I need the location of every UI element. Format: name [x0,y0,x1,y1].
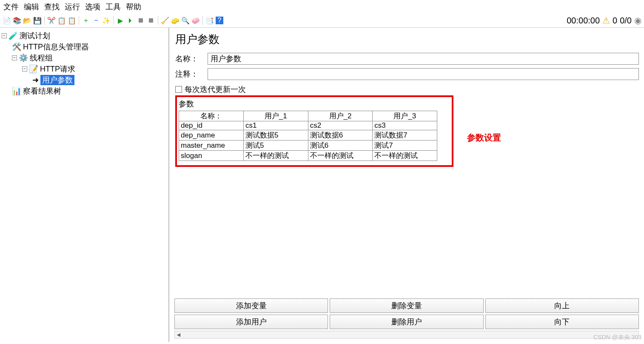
start-no-pause-icon[interactable]: ⏵ [126,16,135,25]
scroll-left-icon[interactable]: ◄ [175,331,182,338]
paste-icon[interactable]: 📋 [68,16,76,25]
menu-edit[interactable]: 编辑 [22,1,41,13]
cell[interactable]: 不一样的测试 [308,151,373,161]
comment-input[interactable] [208,68,639,80]
cell[interactable]: 测试7 [373,140,437,151]
cut-icon[interactable]: ✂️ [47,16,56,25]
toolbar-separator [158,16,158,25]
stop-icon[interactable]: ⏹ [137,16,145,25]
menu-tools[interactable]: 工具 [104,1,123,13]
cell[interactable]: cs2 [308,121,373,130]
toolbar-separator [79,16,79,25]
plus-icon[interactable]: ＋ [82,16,90,25]
move-down-button[interactable]: 向下 [485,315,639,329]
name-label: 名称： [175,54,208,64]
col-name[interactable]: 名称： [179,111,244,121]
table-row[interactable]: dep_id cs1 cs2 cs3 [179,121,437,130]
cell[interactable]: cs1 [244,121,308,130]
cell[interactable]: 测试数据5 [244,130,308,140]
tree-root[interactable]: − 🧪 测试计划 [2,30,167,41]
cell[interactable]: dep_name [179,130,244,140]
tree-label: 察看结果树 [23,86,61,96]
menu-search[interactable]: 查找 [43,1,61,13]
cell[interactable]: 不一样的测试 [244,151,308,161]
col-user-3[interactable]: 用户_3 [373,111,437,121]
table-row[interactable]: slogan 不一样的测试 不一样的测试 不一样的测试 [179,151,437,161]
start-icon[interactable]: ▶ [116,16,125,25]
menu-run[interactable]: 运行 [63,1,82,13]
collapse-icon[interactable]: − [12,55,17,60]
params-section-title: 参数 [179,99,450,109]
tree-thread-group[interactable]: − ⚙️ 线程组 [2,52,167,63]
annotation-label: 参数设置 [467,132,501,143]
cell[interactable]: 测试6 [308,140,373,151]
cell[interactable]: 不一样的测试 [373,151,437,161]
tree-label: 测试计划 [20,31,50,41]
tree-label: 用户参数 [40,75,74,85]
delete-user-button[interactable]: 删除用户 [330,315,483,329]
cell[interactable]: master_name [179,140,244,151]
table-row[interactable]: dep_name 测试数据5 测试数据6 测试数据7 [179,130,437,140]
help-icon[interactable]: ? [216,17,223,24]
table-row[interactable]: master_name 测试5 测试6 测试7 [179,140,437,151]
collapse-icon[interactable]: − [22,66,27,72]
status-indicator-icon: ◉ [634,15,641,26]
copy-icon[interactable]: 📋 [57,16,66,25]
delete-variable-button[interactable]: 删除变量 [330,298,483,313]
horizontal-scrollbar[interactable]: ◄ [174,331,639,338]
menu-options[interactable]: 选项 [83,1,102,13]
elapsed-time: 00:00:00 [567,16,600,26]
col-user-2[interactable]: 用户_2 [308,111,373,121]
search-icon[interactable]: 🔍 [181,16,190,25]
tree-label: HTTP请求 [40,64,75,74]
minus-icon[interactable]: − [92,16,100,25]
update-once-row[interactable]: 每次迭代更新一次 [175,84,639,95]
name-row: 名称： [175,53,639,65]
watermark: CSDN @未央.303 [593,334,641,341]
cell[interactable]: cs3 [373,121,437,130]
clear-all-icon[interactable]: 🧽 [171,16,180,25]
move-up-button[interactable]: 向上 [485,298,639,313]
toolbar-separator [113,16,114,25]
shutdown-icon[interactable]: ⏹ [147,16,155,25]
menu-help[interactable]: 帮助 [124,1,143,13]
config-icon: 🛠️ [12,42,21,52]
tree-label: 线程组 [30,53,53,63]
save-icon[interactable]: 💾 [33,16,42,25]
new-icon[interactable]: 📄 [3,16,11,25]
templates-icon[interactable]: 📚 [13,16,21,25]
flask-icon: 🧪 [9,31,18,40]
cell[interactable]: dep_id [179,121,244,130]
tree-view-results[interactable]: 📊 察看结果树 [2,86,167,97]
cell[interactable]: 测试5 [244,140,308,151]
comment-label: 注释： [175,69,208,79]
warning-icon[interactable]: ⚠ [602,15,610,26]
name-input[interactable] [208,53,639,65]
cell[interactable]: slogan [179,151,244,161]
panel-title: 用户参数 [175,32,639,47]
warning-count: 0 [613,16,617,26]
clear-icon[interactable]: 🧹 [161,16,169,25]
tree-panel: − 🧪 测试计划 🛠️ HTTP信息头管理器 − ⚙️ 线程组 − 📝 HTTP… [0,28,169,342]
add-variable-button[interactable]: 添加变量 [174,298,328,313]
toolbar: 📄 📚 📂 💾 ✂️ 📋 📋 ＋ − ✨ ▶ ⏵ ⏹ ⏹ 🧹 🧽 🔍 🧼 📑 ?… [0,14,644,28]
open-icon[interactable]: 📂 [23,16,31,25]
cell[interactable]: 测试数据7 [373,130,437,140]
tree-http-request[interactable]: − 📝 HTTP请求 [2,63,167,75]
reset-search-icon[interactable]: 🧼 [191,16,200,25]
menu-file[interactable]: 文件 [2,1,20,13]
cell[interactable]: 测试数据6 [308,130,373,140]
right-panel: 用户参数 名称： 注释： 每次迭代更新一次 参数 名称： 用户_1 [169,28,644,342]
tree-http-header-manager[interactable]: 🛠️ HTTP信息头管理器 [2,41,167,52]
add-user-button[interactable]: 添加用户 [174,315,328,329]
checkbox-icon[interactable] [175,86,182,93]
tree-user-parameters[interactable]: ➜ 用户参数 [2,75,167,86]
menu-bar: 文件 编辑 查找 运行 选项 工具 帮助 [0,0,644,14]
params-table[interactable]: 名称： 用户_1 用户_2 用户_3 dep_id cs1 cs2 cs3 [179,111,437,161]
function-helper-icon[interactable]: 📑 [205,16,214,25]
col-user-1[interactable]: 用户_1 [244,111,308,121]
results-icon: 📊 [12,86,21,96]
status-bar: 00:00:00 ⚠ 0 0/0 ◉ [567,15,641,26]
wand-icon[interactable]: ✨ [102,16,111,25]
collapse-icon[interactable]: − [2,33,7,38]
